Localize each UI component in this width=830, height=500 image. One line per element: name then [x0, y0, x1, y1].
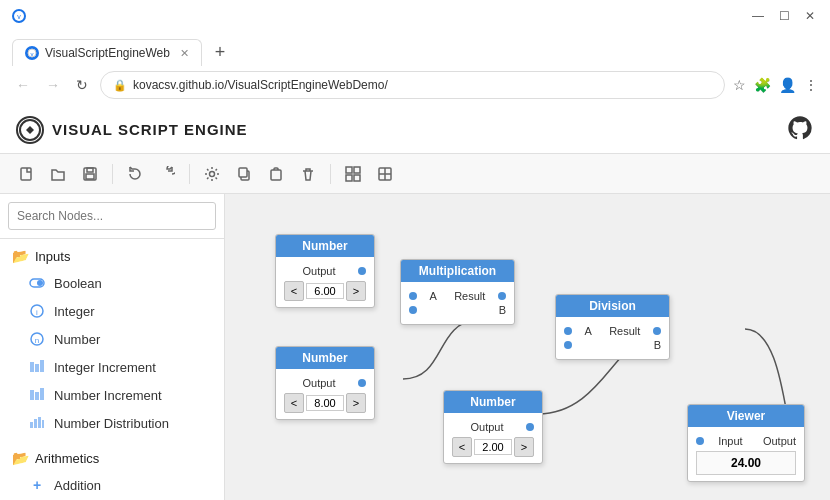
extensions-icon[interactable]: 🧩	[754, 77, 771, 93]
address-input[interactable]: 🔒 kovacsv.github.io/VisualScriptEngineWe…	[100, 71, 725, 99]
node-viewer[interactable]: Viewer Input Output 24.00	[687, 404, 805, 482]
new-tab-button[interactable]: +	[206, 38, 234, 66]
node-viewer-input-label: Input	[718, 435, 742, 447]
svg-rect-12	[271, 170, 281, 180]
output-port-1[interactable]	[358, 267, 366, 275]
svg-rect-28	[35, 392, 39, 400]
node-number-2-output-label: Output	[302, 377, 335, 389]
title-bar: v — ☐ ✕	[0, 0, 830, 32]
sidebar-item-number-distribution[interactable]: Number Distribution	[0, 409, 224, 437]
increment-btn-3[interactable]: >	[514, 437, 534, 457]
increment-btn-1[interactable]: >	[346, 281, 366, 301]
value-3: 2.00	[474, 439, 512, 455]
redo-button[interactable]	[153, 160, 181, 188]
inputs-category[interactable]: 📂 Inputs	[0, 243, 224, 269]
increment-btn-2[interactable]: >	[346, 393, 366, 413]
input-port-a[interactable]	[409, 292, 417, 300]
close-tab-icon[interactable]: ✕	[180, 47, 189, 60]
node-division[interactable]: Division A Result B	[555, 294, 670, 360]
node-number-2-stepper: < 8.00 >	[284, 393, 366, 413]
node-div-b-row: B	[564, 339, 661, 351]
paste-button[interactable]	[262, 160, 290, 188]
refresh-button[interactable]: ↻	[72, 73, 92, 97]
svg-rect-14	[354, 167, 360, 173]
decrement-btn-3[interactable]: <	[452, 437, 472, 457]
sidebar-item-boolean[interactable]: Boolean	[0, 269, 224, 297]
maximize-button[interactable]: ☐	[776, 8, 792, 24]
sidebar-item-integer-increment[interactable]: Integer Increment	[0, 353, 224, 381]
node-number-3[interactable]: Number Output < 2.00 >	[443, 390, 543, 464]
value-2: 8.00	[306, 395, 344, 411]
inputs-section: 📂 Inputs Boolean i Integer n Number	[0, 239, 224, 441]
active-tab[interactable]: v VisualScriptEngineWeb ✕	[12, 39, 202, 66]
ungroup-button[interactable]	[371, 160, 399, 188]
input-port-b[interactable]	[409, 306, 417, 314]
svg-rect-33	[42, 420, 44, 428]
app-logo: VISUAL SCRIPT ENGINE	[16, 116, 248, 144]
menu-icon[interactable]: ⋮	[804, 77, 818, 93]
node-number-1-header: Number	[276, 235, 374, 257]
arithmetics-category[interactable]: 📂 Arithmetics	[0, 445, 224, 471]
input-port-div-a[interactable]	[564, 327, 572, 335]
node-div-result-label: Result	[609, 325, 640, 337]
output-port-div[interactable]	[653, 327, 661, 335]
svg-text:n: n	[35, 336, 39, 345]
node-number-1-stepper: < 6.00 >	[284, 281, 366, 301]
svg-text:v: v	[31, 51, 34, 57]
minimize-button[interactable]: —	[750, 8, 766, 24]
save-button[interactable]	[76, 160, 104, 188]
svg-rect-24	[30, 362, 34, 372]
decrement-btn-2[interactable]: <	[284, 393, 304, 413]
number-increment-icon	[28, 386, 46, 404]
undo-button[interactable]	[121, 160, 149, 188]
address-bar: ← → ↻ 🔒 kovacsv.github.io/VisualScriptEn…	[0, 66, 830, 106]
node-div-a-label: A	[585, 325, 592, 337]
github-link[interactable]	[786, 114, 814, 145]
node-number-1[interactable]: Number Output < 6.00 >	[275, 234, 375, 308]
tab-favicon: v	[12, 9, 26, 23]
svg-rect-32	[38, 417, 41, 428]
new-file-button[interactable]	[12, 160, 40, 188]
node-number-3-stepper: < 2.00 >	[452, 437, 534, 457]
canvas[interactable]: Number Output < 6.00 > Number	[225, 194, 830, 500]
group-button[interactable]	[339, 160, 367, 188]
sidebar-item-number[interactable]: n Number	[0, 325, 224, 353]
search-input[interactable]	[8, 202, 216, 230]
integer-icon: i	[28, 302, 46, 320]
sidebar-item-number-increment[interactable]: Number Increment	[0, 381, 224, 409]
back-button[interactable]: ←	[12, 73, 34, 97]
settings-button[interactable]	[198, 160, 226, 188]
svg-rect-30	[30, 422, 33, 428]
open-button[interactable]	[44, 160, 72, 188]
input-port-viewer[interactable]	[696, 437, 704, 445]
node-mult-result-label: Result	[454, 290, 485, 302]
svg-text:i: i	[36, 308, 38, 317]
sidebar: 📂 Inputs Boolean i Integer n Number	[0, 194, 225, 500]
node-multiplication[interactable]: Multiplication A Result B	[400, 259, 515, 325]
number-increment-label: Number Increment	[54, 388, 162, 403]
svg-rect-11	[239, 168, 247, 177]
close-button[interactable]: ✕	[802, 8, 818, 24]
input-port-div-b[interactable]	[564, 341, 572, 349]
decrement-btn-1[interactable]: <	[284, 281, 304, 301]
node-number-1-output-label: Output	[302, 265, 335, 277]
node-number-2-header: Number	[276, 347, 374, 369]
node-number-2[interactable]: Number Output < 8.00 >	[275, 346, 375, 420]
node-viewer-body: Input Output 24.00	[688, 427, 804, 481]
separator-2	[189, 164, 190, 184]
bookmark-icon[interactable]: ☆	[733, 77, 746, 93]
output-port-2[interactable]	[358, 379, 366, 387]
output-port-3[interactable]	[526, 423, 534, 431]
tab-bar: v VisualScriptEngineWeb ✕ +	[0, 32, 830, 66]
copy-button[interactable]	[230, 160, 258, 188]
integer-label: Integer	[54, 304, 94, 319]
toolbar	[0, 154, 830, 194]
forward-button[interactable]: →	[42, 73, 64, 97]
sidebar-item-integer[interactable]: i Integer	[0, 297, 224, 325]
delete-button[interactable]	[294, 160, 322, 188]
svg-rect-25	[35, 364, 39, 372]
output-port-mult[interactable]	[498, 292, 506, 300]
sidebar-item-addition[interactable]: + Addition	[0, 471, 224, 499]
window-controls[interactable]: — ☐ ✕	[750, 8, 818, 24]
profile-icon[interactable]: 👤	[779, 77, 796, 93]
